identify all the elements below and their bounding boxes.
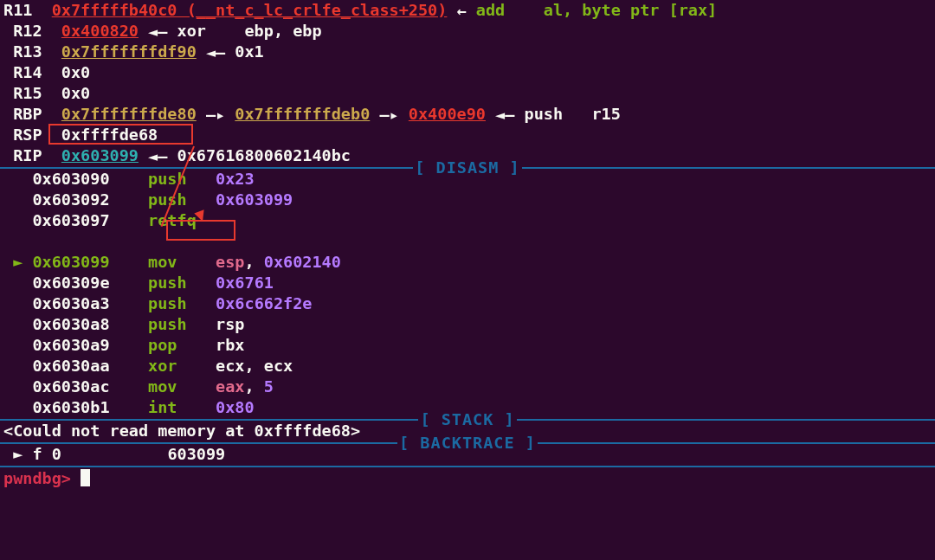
disasm-row: 0x603092 push 0x603099: [0, 190, 935, 210]
reg-r11: R11 0x7fffffb40c0 (__nt_c_lc_crlfe_class…: [0, 0, 935, 21]
terminal-screen: R11 0x7fffffb40c0 (__nt_c_lc_crlfe_class…: [0, 0, 935, 489]
text-cursor: [81, 469, 90, 486]
reg-r13: R13 0x7fffffffdf90 ◄— 0x1: [0, 42, 935, 62]
disasm-row: 0x6030a8 push rsp: [0, 314, 935, 335]
reg-r15: R15 0x0: [0, 83, 935, 104]
reg-rsp: RSP 0xffffde68: [0, 125, 935, 145]
disasm-row-current: ► 0x603099 mov esp, 0x602140: [0, 252, 935, 273]
reg-rbp: RBP 0x7fffffffde80 —▸ 0x7fffffffdeb0 —▸ …: [0, 104, 935, 125]
disasm-row: 0x6030aa xor ecx, ecx: [0, 356, 935, 377]
prompt-line[interactable]: pwndbg>: [0, 468, 935, 489]
section-divider: [0, 466, 935, 467]
disasm-row: 0x6030ac mov eax, 5: [0, 377, 935, 397]
disasm-row: 0x6030a3 push 0x6c662f2e: [0, 293, 935, 314]
disasm-gap: [0, 231, 935, 252]
reg-r12: R12 0x400820 ◄— xor ebp, ebp: [0, 21, 935, 42]
disasm-row: 0x60309e push 0x6761: [0, 273, 935, 293]
disasm-row: 0x603097 retfq: [0, 210, 935, 231]
disasm-row: 0x6030a9 pop rbx: [0, 335, 935, 356]
reg-r14: R14 0x0: [0, 62, 935, 83]
